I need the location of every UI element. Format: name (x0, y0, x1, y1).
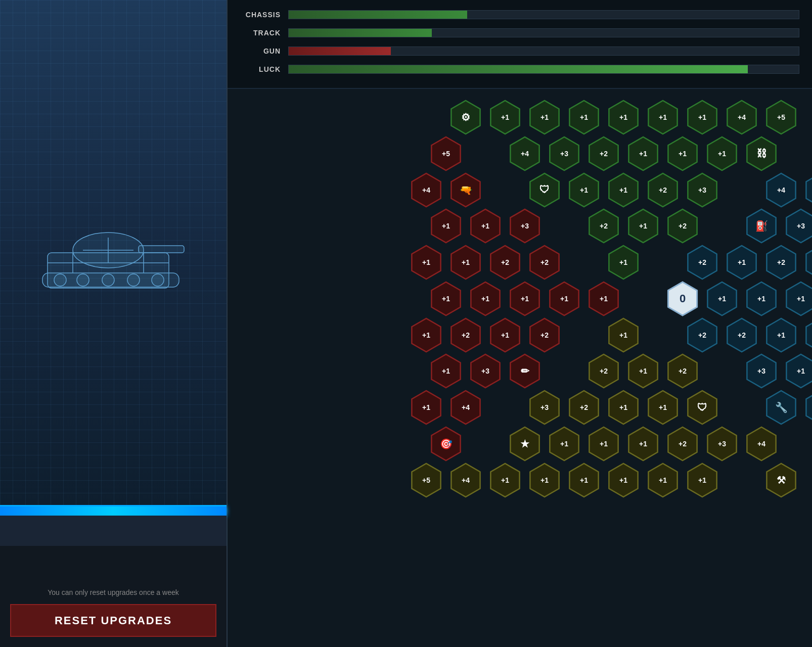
hex-cell[interactable]: +1 (546, 426, 582, 462)
hex-cell[interactable]: +5 (408, 462, 444, 498)
svg-marker-63 (589, 282, 618, 315)
hex-cell[interactable]: +1 (566, 172, 602, 208)
hex-cell[interactable]: +2 (487, 244, 523, 281)
hex-cell[interactable]: +2 (526, 244, 563, 281)
hex-cell[interactable]: +1 (605, 99, 642, 135)
hex-cell[interactable]: +2 (645, 172, 681, 208)
hex-cell[interactable]: +1 (487, 99, 523, 135)
hex-cell[interactable]: 🎯 (428, 426, 464, 462)
hex-cell[interactable]: +1 (743, 281, 780, 317)
hex-cell[interactable]: +1 (566, 99, 602, 135)
hex-cell[interactable]: +2 (724, 317, 760, 353)
svg-marker-44 (589, 209, 618, 243)
hex-cell[interactable]: +2 (684, 244, 720, 281)
hex-cell[interactable]: +1 (625, 135, 661, 172)
hex-cell[interactable]: +4 (763, 172, 799, 208)
hex-cell[interactable]: +3 (684, 172, 720, 208)
hex-cell[interactable]: +1 (704, 281, 740, 317)
hex-cell[interactable]: +4 (802, 389, 812, 426)
hex-cell[interactable]: +1 (566, 462, 602, 498)
hex-cell[interactable]: +2 (664, 353, 701, 389)
hex-cell[interactable]: ⚙ (447, 99, 484, 135)
hex-cell[interactable]: +1 (526, 99, 563, 135)
hex-cell[interactable]: +3 (526, 389, 563, 426)
hex-cell[interactable]: +1 (605, 244, 642, 281)
hex-cell[interactable]: 0 (664, 281, 701, 317)
hex-cell[interactable]: +1 (783, 281, 812, 317)
hex-cell[interactable]: +1 (645, 389, 681, 426)
hex-cell[interactable]: +1 (763, 317, 799, 353)
hex-cell[interactable]: +3 (783, 208, 812, 244)
hex-cell[interactable]: +4 (408, 172, 444, 208)
hex-cell[interactable]: +1 (408, 244, 444, 281)
hex-cell[interactable]: +1 (625, 208, 661, 244)
hex-cell[interactable]: +1 (684, 99, 720, 135)
hex-cell[interactable]: +4 (507, 135, 543, 172)
hex-cell[interactable]: +2 (566, 389, 602, 426)
hex-cell[interactable]: +1 (605, 172, 642, 208)
hex-cell[interactable]: +2 (585, 208, 622, 244)
hex-cell[interactable]: +1 (605, 462, 642, 498)
hex-cell[interactable]: +1 (428, 281, 464, 317)
hex-cell[interactable]: +1 (487, 317, 523, 353)
hex-cell[interactable]: +1 (526, 462, 563, 498)
hex-cell[interactable]: +1 (802, 172, 812, 208)
hex-cell[interactable]: +1 (546, 281, 582, 317)
hex-cell[interactable]: 🔫 (447, 172, 484, 208)
hex-cell[interactable]: +2 (585, 353, 622, 389)
reset-upgrades-button[interactable]: RESET UPGRADES (10, 604, 216, 637)
hex-cell[interactable]: 🔧 (763, 389, 799, 426)
hex-cell[interactable]: +1 (507, 281, 543, 317)
hex-cell[interactable]: +1 (605, 389, 642, 426)
hex-cell[interactable]: +5 (428, 135, 464, 172)
hex-cell[interactable]: 🛡 (526, 172, 563, 208)
hex-cell[interactable]: +1 (585, 426, 622, 462)
hex-cell[interactable]: +1 (467, 208, 504, 244)
hex-cell[interactable]: +4 (743, 426, 780, 462)
hex-cell[interactable]: +1 (625, 353, 661, 389)
hex-cell[interactable]: +4 (724, 99, 760, 135)
svg-marker-72 (490, 318, 519, 352)
hex-cell[interactable]: +2 (664, 208, 701, 244)
hex-cell[interactable]: +1 (645, 462, 681, 498)
hex-cell[interactable]: 🛡 (684, 389, 720, 426)
hex-cell[interactable]: ★ (507, 426, 543, 462)
hex-cell[interactable]: +1 (585, 281, 622, 317)
hex-cell[interactable]: +3 (546, 135, 582, 172)
hex-cell[interactable]: +1 (428, 208, 464, 244)
hex-cell[interactable]: +1 (467, 281, 504, 317)
hex-cell[interactable]: +2 (526, 317, 563, 353)
hex-cell[interactable]: +3 (704, 426, 740, 462)
hex-cell[interactable]: +1 (802, 317, 812, 353)
hex-cell[interactable]: +1 (408, 389, 444, 426)
hex-cell[interactable]: +1 (724, 244, 760, 281)
hex-cell[interactable]: +2 (447, 317, 484, 353)
svg-marker-90 (530, 391, 559, 424)
hex-cell[interactable]: ⛽ (743, 208, 780, 244)
hex-cell[interactable]: +3 (467, 353, 504, 389)
hex-cell[interactable]: ✏ (507, 353, 543, 389)
hex-cell[interactable]: +4 (447, 462, 484, 498)
hex-cell[interactable]: +1 (783, 353, 812, 389)
hex-cell[interactable]: +1 (447, 244, 484, 281)
hex-cell[interactable]: +1 (684, 462, 720, 498)
hex-cell[interactable]: +1 (428, 353, 464, 389)
hex-cell[interactable]: +4 (447, 389, 484, 426)
hex-cell[interactable]: +1 (605, 317, 642, 353)
hex-cell[interactable]: +2 (763, 244, 799, 281)
hex-cell[interactable]: +2 (664, 426, 701, 462)
hex-cell[interactable]: +1 (664, 135, 701, 172)
hex-cell[interactable]: +1 (487, 462, 523, 498)
hex-cell[interactable]: +1 (704, 135, 740, 172)
hex-cell[interactable]: +1 (645, 99, 681, 135)
hex-cell[interactable]: +5 (763, 99, 799, 135)
hex-cell[interactable]: +2 (684, 317, 720, 353)
hex-cell[interactable]: +1 (625, 426, 661, 462)
hex-cell[interactable]: +1 (408, 317, 444, 353)
hex-cell[interactable]: +3 (743, 353, 780, 389)
hex-cell[interactable]: +3 (507, 208, 543, 244)
hex-cell[interactable]: +1 (802, 244, 812, 281)
hex-cell[interactable]: +2 (585, 135, 622, 172)
hex-cell[interactable]: ⛓ (743, 135, 780, 172)
hex-cell[interactable]: ⚒ (763, 462, 799, 498)
